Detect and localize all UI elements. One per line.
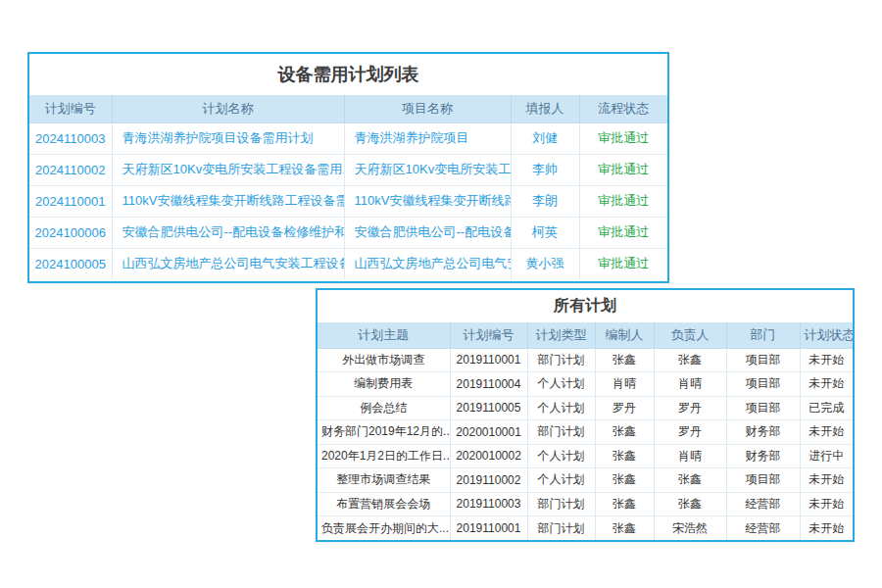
table-cell: 例会总结 (318, 396, 450, 420)
table-cell: 2020010002 (450, 444, 527, 468)
table-cell: 个人计划 (527, 396, 595, 420)
column-header-plan-number: 计划编号 (450, 322, 527, 348)
table-cell[interactable]: 柯英 (511, 217, 579, 248)
table-cell: 张鑫 (595, 492, 654, 516)
table-cell: 罗丹 (595, 396, 654, 420)
table-cell[interactable]: 审批通过 (579, 185, 667, 217)
table-cell: 肖晴 (654, 372, 726, 397)
table-cell[interactable]: 安徽合肥供电公司--配电设备检修维护和... (112, 217, 344, 248)
table-cell: 张鑫 (654, 492, 726, 516)
table-cell: 整理市场调查结果 (318, 468, 450, 493)
table-cell: 张鑫 (595, 444, 654, 468)
table-cell: 项目部 (726, 348, 800, 372)
table-row[interactable]: 2024110002天府新区10Kv变电所安装工程设备需用...天府新区10Kv… (29, 154, 667, 185)
table-cell: 张鑫 (654, 468, 726, 493)
table-cell[interactable]: 山西弘文房地产总公司电气安装工程设备... (112, 248, 344, 279)
table-cell[interactable]: 天府新区10Kv变电所安装工程设备需用... (112, 154, 344, 185)
table-row[interactable]: 2020年1月2日的工作日...2020010002个人计划张鑫肖晴财务部进行中 (318, 444, 853, 468)
table-cell[interactable]: 天府新区10Kv变电所安装工程 (344, 154, 511, 185)
column-header-department: 部门 (726, 322, 800, 348)
table-cell[interactable]: 110kV安徽线程集变开断线路工程设备需... (112, 185, 344, 217)
table-cell: 负责展会开办期间的大... (318, 516, 450, 541)
column-header-author: 编制人 (595, 322, 654, 348)
table-cell[interactable]: 2024110001 (29, 185, 112, 217)
table-cell[interactable]: 110kV安徽线程集变开断线路... (344, 185, 511, 217)
table-row[interactable]: 负责展会开办期间的大...2019110001部门计划张鑫宋浩然经营部未开始 (318, 516, 853, 541)
table-cell: 经营部 (726, 516, 800, 541)
table-cell: 布置营销展会会场 (318, 492, 450, 516)
table-cell[interactable]: 青海洪湖养护院项目设备需用计划 (112, 122, 344, 154)
table-cell: 外出做市场调查 (318, 348, 450, 372)
table-cell[interactable]: 黄小强 (511, 248, 579, 279)
table-cell: 部门计划 (527, 492, 595, 516)
table-cell: 财务部门2019年12月的... (318, 420, 450, 445)
table-cell: 2019110004 (450, 372, 527, 397)
all-plans-table: 计划主题 计划编号 计划类型 编制人 负责人 部门 计划状态 外出做市场调查20… (318, 322, 853, 540)
table-cell: 项目部 (726, 468, 800, 493)
table-cell: 未开始 (800, 516, 853, 541)
table-row[interactable]: 例会总结2019110005个人计划罗丹罗丹项目部已完成 (318, 396, 853, 420)
table-row[interactable]: 布置营销展会会场2019110003部门计划张鑫张鑫经营部未开始 (318, 492, 853, 516)
table-cell: 张鑫 (595, 468, 654, 493)
table-cell: 张鑫 (595, 516, 654, 541)
table-cell: 部门计划 (527, 348, 595, 372)
table-cell[interactable]: 李朗 (511, 185, 579, 217)
table-cell: 2019110005 (450, 396, 527, 420)
table-cell[interactable]: 2024100005 (29, 248, 112, 279)
table-cell: 2020010001 (450, 420, 527, 445)
table-cell: 项目部 (726, 372, 800, 397)
table-row[interactable]: 外出做市场调查2019110001部门计划张鑫张鑫项目部未开始 (318, 348, 853, 372)
table-cell[interactable]: 安徽合肥供电公司--配电设备... (344, 217, 511, 248)
table-cell: 未开始 (800, 492, 853, 516)
table-cell[interactable]: 2024110003 (29, 122, 112, 154)
table-cell[interactable]: 审批通过 (579, 217, 667, 248)
table-row[interactable]: 编制费用表2019110004个人计划肖晴肖晴项目部未开始 (318, 372, 853, 397)
table-cell[interactable]: 2024110002 (29, 154, 112, 185)
table-cell: 进行中 (800, 444, 853, 468)
table-cell: 罗丹 (654, 420, 726, 445)
table-cell[interactable]: 2024100006 (29, 217, 112, 248)
table-cell[interactable]: 审批通过 (579, 248, 667, 279)
table-row[interactable]: 2024110001110kV安徽线程集变开断线路工程设备需...110kV安徽… (29, 185, 667, 217)
table-row[interactable]: 2024100006安徽合肥供电公司--配电设备检修维护和...安徽合肥供电公司… (29, 217, 667, 248)
equipment-table-title: 设备需用计划列表 (29, 54, 667, 95)
table-cell[interactable]: 李帅 (511, 154, 579, 185)
table-cell: 罗丹 (654, 396, 726, 420)
table-cell: 未开始 (800, 348, 853, 372)
table-cell: 编制费用表 (318, 372, 450, 397)
table-cell[interactable]: 青海洪湖养护院项目 (344, 122, 511, 154)
table-cell[interactable]: 审批通过 (579, 154, 667, 185)
table-cell: 经营部 (726, 492, 800, 516)
table-cell[interactable]: 刘健 (511, 122, 579, 154)
all-plans-panel: 所有计划 计划主题 计划编号 计划类型 编制人 负责人 部门 计划状态 外出做市… (316, 288, 855, 542)
table-row[interactable]: 2024100005山西弘文房地产总公司电气安装工程设备...山西弘文房地产总公… (29, 248, 667, 279)
column-header-plan-number: 计划编号 (29, 95, 112, 122)
table-cell: 张鑫 (595, 420, 654, 445)
table-cell: 部门计划 (527, 420, 595, 445)
plans-table-header-row: 计划主题 计划编号 计划类型 编制人 负责人 部门 计划状态 (318, 322, 853, 348)
table-row[interactable]: 2024110003青海洪湖养护院项目设备需用计划青海洪湖养护院项目刘健审批通过 (29, 122, 667, 154)
table-cell: 未开始 (800, 420, 853, 445)
table-cell: 宋浩然 (654, 516, 726, 541)
equipment-plan-list-panel: 设备需用计划列表 计划编号 计划名称 项目名称 填报人 流程状态 2024110… (27, 52, 669, 283)
table-cell: 已完成 (800, 396, 853, 420)
table-cell: 2019110001 (450, 348, 527, 372)
table-cell: 个人计划 (527, 468, 595, 493)
table-row[interactable]: 整理市场调查结果2019110002个人计划张鑫张鑫项目部未开始 (318, 468, 853, 493)
table-cell: 2019110003 (450, 492, 527, 516)
column-header-plan-status: 计划状态 (800, 322, 853, 348)
table-cell: 2020年1月2日的工作日... (318, 444, 450, 468)
column-header-owner: 负责人 (654, 322, 726, 348)
table-cell: 部门计划 (527, 516, 595, 541)
table-cell: 个人计划 (527, 444, 595, 468)
table-cell: 个人计划 (527, 372, 595, 397)
table-row[interactable]: 财务部门2019年12月的...2020010001部门计划张鑫罗丹财务部未开始 (318, 420, 853, 445)
table-cell: 项目部 (726, 396, 800, 420)
column-header-project-name: 项目名称 (344, 95, 511, 122)
table-cell: 肖晴 (595, 372, 654, 397)
table-cell: 2019110002 (450, 468, 527, 493)
equipment-table-header-row: 计划编号 计划名称 项目名称 填报人 流程状态 (29, 95, 667, 122)
table-cell[interactable]: 审批通过 (579, 122, 667, 154)
table-cell[interactable]: 山西弘文房地产总公司电气安... (344, 248, 511, 279)
column-header-plan-name: 计划名称 (112, 95, 344, 122)
